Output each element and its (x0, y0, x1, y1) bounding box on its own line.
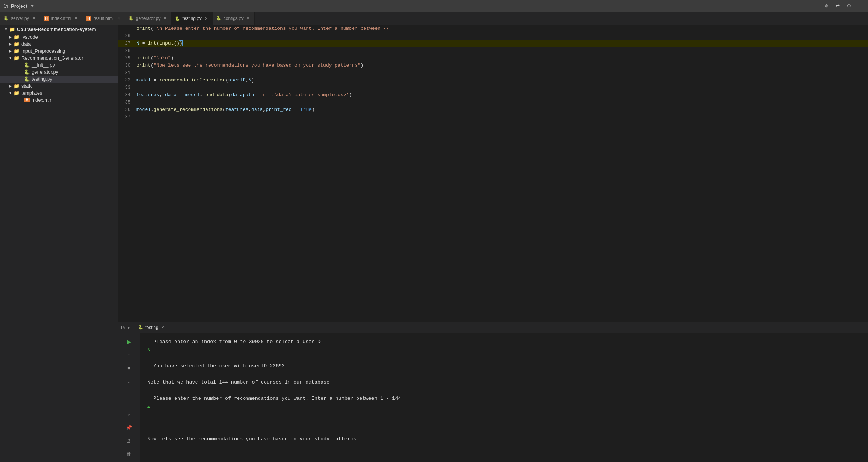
py-file-icon: 🐍 (24, 62, 30, 68)
sidebar-item-label: Input_Preprocessing (21, 48, 65, 54)
tab-close[interactable]: ✕ (73, 15, 78, 21)
code-line-26: 26 (118, 32, 868, 40)
sidebar-item-label: templates (21, 90, 42, 96)
sidebar-item-vscode[interactable]: ▶ 📁 .vscode (0, 34, 118, 41)
run-tab-testing[interactable]: 🐍 testing ✕ (135, 322, 168, 333)
sidebar-item-label: generator.py (32, 69, 58, 75)
run-play-button[interactable]: ▶ (124, 336, 134, 347)
code-line-34: 34 features, data = model.load_data(data… (118, 91, 868, 99)
py-icon: 🐍 (175, 16, 180, 21)
tab-label: configs.py (224, 16, 244, 21)
output-line: Please enter an index from 0 to 39020 to… (147, 338, 861, 346)
tab-close[interactable]: ✕ (116, 15, 121, 21)
sidebar-item-static[interactable]: ▶ 📁 static (0, 83, 118, 90)
sidebar-root[interactable]: ▼ 📁 Courses-Recommendation-system (0, 25, 118, 34)
sidebar-item-label: static (21, 83, 32, 89)
code-line-30: 30 print("Now lets see the recommendatio… (118, 62, 868, 69)
code-line-37: 37 (118, 113, 868, 121)
tab-configs-py[interactable]: 🐍 configs.py ✕ (213, 12, 255, 25)
run-tab-close[interactable]: ✕ (160, 325, 165, 330)
chevron-right-icon: ▶ (7, 49, 13, 53)
py-icon: 🐍 (138, 325, 143, 330)
sidebar-item-generator-py[interactable]: ▶ 🐍 generator.py (0, 69, 118, 76)
run-down-button[interactable]: ↓ (124, 376, 134, 386)
tab-bar: 🐍 server.py ✕ H index.html ✕ H result.ht… (0, 12, 868, 25)
folder-icon: 📁 (13, 83, 20, 89)
sidebar-item-templates[interactable]: ▼ 📁 templates (0, 90, 118, 97)
code-line-27: 27 N = int(input()) (118, 40, 868, 47)
html-file-icon: H (24, 98, 30, 102)
tab-close[interactable]: ✕ (162, 15, 167, 21)
sidebar-item-testing-py[interactable]: ▶ 🐍 testing.py (0, 76, 118, 83)
code-line: print( \n Please enter the number of rec… (118, 25, 868, 32)
add-btn[interactable]: ⊕ (823, 3, 831, 9)
output-blank (147, 427, 861, 435)
tab-testing-py[interactable]: 🐍 testing.py ✕ (171, 12, 212, 25)
project-icon: 🗂 (3, 3, 8, 9)
py-icon: 🐍 (216, 16, 221, 21)
sidebar-item-index-html[interactable]: ▶ H index.html (0, 97, 118, 104)
chevron-down-icon: ▼ (7, 56, 13, 60)
sidebar-item-label: .vscode (21, 34, 38, 40)
sidebar-item-label: testing.py (32, 76, 52, 82)
run-tab-label: testing (145, 325, 158, 330)
tab-label: index.html (51, 16, 71, 21)
run-label-prefix: Run: (121, 325, 130, 330)
output-line: Note that we have total 144 number of co… (147, 378, 861, 386)
run-delete-button[interactable]: 🗑 (124, 449, 134, 459)
py-file-icon: 🐍 (24, 76, 30, 82)
run-controls: ▶ ↑ ■ ↓ ≡ ↧ 📌 🖨 🗑 (118, 333, 140, 462)
output-input-line: 0 (147, 346, 861, 354)
code-line-29: 29 print("\n\n") (118, 55, 868, 62)
output-blank (147, 386, 861, 395)
run-body: ▶ ↑ ■ ↓ ≡ ↧ 📌 🖨 🗑 Please enter an index … (118, 333, 868, 462)
run-output: Please enter an index from 0 to 39020 to… (140, 333, 868, 462)
settings-btn[interactable]: ⚙ (845, 3, 853, 9)
code-editor[interactable]: print( \n Please enter the number of rec… (118, 25, 868, 322)
sidebar-item-recommendation-generator[interactable]: ▼ 📁 Recommendation_Generator (0, 55, 118, 62)
output-input-line: 2 (147, 403, 861, 411)
sidebar: ▼ 📁 Courses-Recommendation-system ▶ 📁 .v… (0, 25, 118, 462)
output-line: Please enter the number of recommendatio… (147, 395, 861, 403)
run-print-button[interactable]: 🖨 (124, 435, 134, 446)
run-pin-button[interactable]: 📌 (124, 422, 134, 433)
sidebar-item-input-preprocessing[interactable]: ▶ 📁 Input_Preprocessing (0, 48, 118, 55)
chevron-down-icon: ▼ (3, 27, 9, 31)
sidebar-item-init-py[interactable]: ▶ 🐍 __init__.py (0, 62, 118, 69)
tab-generator-py[interactable]: 🐍 generator.py ✕ (125, 12, 172, 25)
main-layout: ▼ 📁 Courses-Recommendation-system ▶ 📁 .v… (0, 25, 868, 462)
run-sort-button[interactable]: ↧ (124, 409, 134, 419)
code-line-28: 28 (118, 47, 868, 55)
chevron-down-icon: ▼ (7, 91, 13, 95)
tab-close[interactable]: ✕ (204, 16, 209, 21)
run-stop-button[interactable]: ■ (124, 363, 134, 373)
tab-index-html[interactable]: H index.html ✕ (40, 12, 83, 25)
split-btn[interactable]: ⇄ (834, 3, 842, 9)
chevron-right-icon: ▶ (7, 84, 13, 88)
code-line-31: 31 (118, 69, 868, 77)
sidebar-item-label: __init__.py (32, 62, 55, 68)
code-line-35: 35 (118, 99, 868, 106)
sidebar-item-label: index.html (32, 97, 53, 103)
code-line-32: 32 model = recommendationGenerator(userI… (118, 77, 868, 84)
tab-label: server.py (11, 16, 29, 21)
folder-icon: 📁 (9, 27, 15, 32)
run-format-button[interactable]: ≡ (124, 396, 134, 406)
tab-close[interactable]: ✕ (246, 15, 251, 21)
sidebar-item-data[interactable]: ▶ 📁 data (0, 41, 118, 48)
output-line: You have selected the user with userID:2… (147, 362, 861, 370)
minimize-btn[interactable]: — (856, 3, 865, 9)
html-icon: H (86, 16, 91, 21)
tab-close[interactable]: ✕ (31, 15, 36, 21)
tab-result-html[interactable]: H result.html ✕ (82, 12, 125, 25)
sidebar-root-label: Courses-Recommendation-system (17, 27, 96, 32)
tab-server-py[interactable]: 🐍 server.py ✕ (0, 12, 40, 25)
project-dropdown-icon[interactable]: ▼ (30, 4, 34, 8)
py-icon: 🐍 (129, 16, 134, 21)
run-panel: Run: 🐍 testing ✕ ▶ ↑ ■ ↓ ≡ ↧ 📌 (118, 322, 868, 462)
folder-icon: 📁 (13, 48, 20, 54)
folder-icon: 📁 (13, 34, 20, 40)
folder-icon: 📁 (13, 90, 20, 96)
project-label: Project (11, 3, 27, 9)
run-up-button[interactable]: ↑ (124, 350, 134, 360)
